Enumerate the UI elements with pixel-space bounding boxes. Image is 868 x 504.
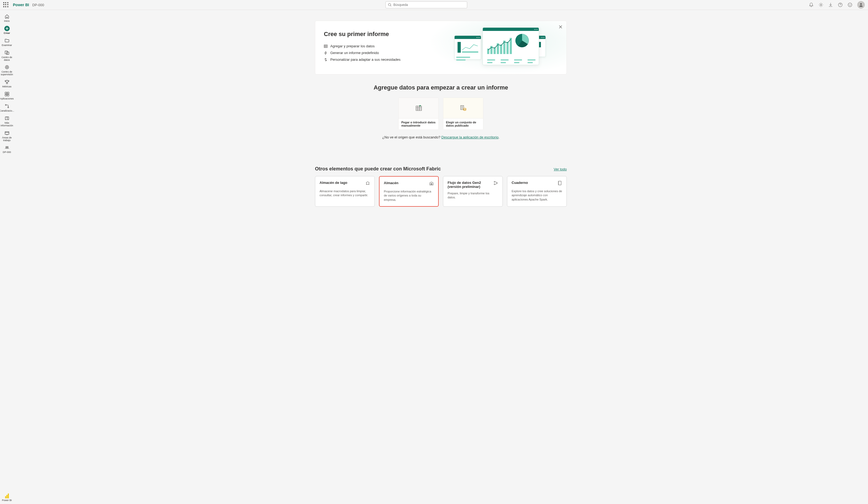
table-plus-icon (414, 104, 423, 112)
svg-rect-32 (506, 42, 509, 54)
svg-point-17 (8, 107, 9, 108)
main-content: Cree su primer informe Agregar y prepara… (14, 10, 868, 504)
help-icon[interactable] (838, 2, 843, 7)
svg-point-0 (389, 3, 391, 6)
fabric-card-lakehouse[interactable]: Almacén de lago Almacene macrodatos para… (315, 176, 375, 207)
fabric-card-dataflow[interactable]: Flujo de datos Gen2 (versión preliminar)… (443, 176, 503, 207)
svg-point-7 (860, 3, 862, 5)
powerbi-logo-icon (5, 494, 9, 498)
warehouse-icon (429, 181, 434, 187)
svg-rect-18 (5, 132, 9, 134)
user-avatar[interactable] (857, 1, 865, 9)
nav-apps[interactable]: Aplicaciones (0, 90, 14, 102)
fabric-card-warehouse[interactable]: Almacén Proporcione información estratég… (379, 176, 439, 207)
hero-illustration (428, 21, 567, 74)
svg-point-41 (494, 181, 495, 182)
hero-step: Personalizar para adaptar a sus necesida… (324, 57, 420, 62)
nav-home[interactable]: Inicio (0, 12, 14, 24)
svg-rect-13 (7, 92, 9, 94)
svg-line-1 (391, 6, 391, 7)
trophy-icon (4, 79, 10, 85)
svg-point-10 (5, 66, 9, 69)
svg-point-11 (6, 67, 8, 68)
hero-step: Agregar y preparar los datos (324, 44, 420, 48)
folder-icon (4, 38, 10, 43)
fabric-card-notebook[interactable]: Cuaderno Explore los datos y cree soluci… (507, 176, 567, 207)
svg-point-4 (848, 3, 852, 7)
svg-point-5 (849, 4, 849, 4)
download-hint: ¿No ve el origen que está buscando? Desc… (315, 135, 567, 139)
table-icon (324, 44, 328, 48)
svg-point-2 (820, 4, 822, 6)
svg-rect-24 (457, 42, 461, 53)
download-desktop-link[interactable]: Descargue la aplicación de escritorio (441, 135, 498, 139)
see-all-link[interactable]: Ver todo (554, 167, 567, 171)
svg-rect-8 (5, 51, 7, 54)
svg-rect-14 (5, 94, 7, 96)
svg-rect-25 (462, 51, 478, 53)
hero-close-button[interactable] (558, 24, 563, 30)
lakehouse-icon (365, 181, 370, 187)
monitor-icon (4, 64, 10, 70)
svg-point-19 (6, 147, 7, 148)
search-icon (388, 3, 392, 7)
apps-icon (4, 91, 10, 97)
hero-step: Generar un informe predefinido (324, 51, 420, 55)
home-icon (4, 14, 10, 19)
nav-learn[interactable]: Más información (0, 114, 14, 129)
app-launcher-icon[interactable] (3, 2, 9, 8)
nav-workspaces[interactable]: Áreas de trabajo (0, 129, 14, 144)
add-data-title: Agregue datos para empezar a crear un in… (315, 84, 567, 91)
nav-current-workspace[interactable]: DP-000 (0, 143, 14, 155)
search-box[interactable] (385, 1, 467, 8)
card-label: Pegar o introducir datos manualmente (399, 118, 438, 129)
svg-rect-30 (500, 45, 502, 54)
svg-point-16 (5, 105, 6, 106)
dataflow-icon (493, 181, 498, 187)
svg-point-20 (7, 147, 8, 148)
svg-point-6 (850, 4, 851, 4)
card-label: Elegir un conjunto de datos publicado (443, 118, 483, 129)
pick-dataset-card[interactable]: Elegir un conjunto de datos publicado (443, 97, 483, 130)
svg-rect-15 (7, 94, 9, 96)
svg-rect-12 (5, 92, 7, 94)
customize-icon (324, 58, 328, 62)
pipeline-icon (4, 104, 10, 109)
fabric-section-title: Otros elementos que puede crear con Micr… (315, 166, 441, 172)
plus-icon (4, 26, 10, 31)
top-header: Power BI DP-000 (0, 0, 868, 10)
nav-metrics[interactable]: Métricas (0, 78, 14, 90)
search-input[interactable] (393, 3, 465, 7)
download-icon[interactable] (828, 2, 833, 7)
powerbi-badge[interactable]: Power BI (0, 491, 14, 504)
product-name[interactable]: Power BI (13, 3, 29, 7)
svg-rect-21 (324, 45, 327, 48)
workspace-icon (4, 130, 10, 136)
hero-card: Cree su primer informe Agregar y prepara… (315, 21, 567, 74)
hero-title: Cree su primer informe (324, 31, 420, 38)
notifications-icon[interactable] (809, 2, 814, 7)
lightning-icon (324, 51, 328, 55)
notebook-icon (557, 181, 562, 187)
feedback-icon[interactable] (848, 2, 852, 7)
nav-browse[interactable]: Examinar (0, 36, 14, 49)
nav-monitoring[interactable]: Centro de supervisión (0, 63, 14, 78)
nav-datahub[interactable]: Centro de datos (0, 49, 14, 63)
svg-point-43 (497, 182, 498, 183)
settings-icon[interactable] (818, 2, 823, 7)
dataset-icon (459, 104, 467, 112)
paste-data-card[interactable]: Pegar o introducir datos manualmente (399, 97, 439, 130)
workspace-breadcrumb[interactable]: DP-000 (32, 3, 44, 7)
svg-rect-38 (416, 106, 422, 111)
datahub-icon (4, 50, 10, 55)
group-icon (4, 145, 10, 150)
nav-pipelines[interactable]: Canalizacio... (0, 102, 14, 114)
svg-point-42 (494, 184, 495, 185)
book-icon (4, 116, 10, 121)
nav-create[interactable]: Crear (0, 24, 14, 36)
left-sidebar: Inicio Crear Examinar Centro de datos Ce… (0, 10, 14, 504)
